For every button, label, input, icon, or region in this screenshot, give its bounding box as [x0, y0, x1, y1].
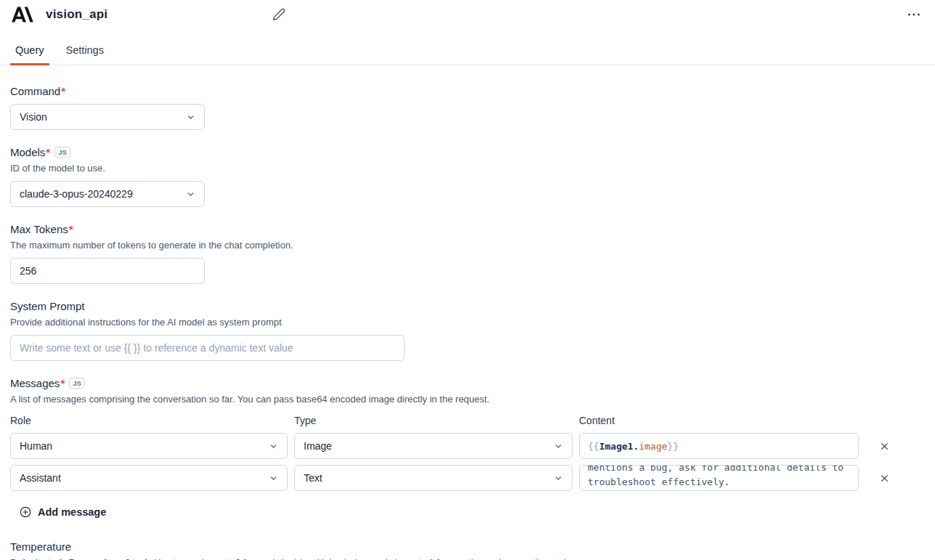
field-models: Models* JS ID of the model to use. claud… — [10, 146, 925, 207]
command-select-value: Vision — [20, 111, 47, 123]
models-js-toggle[interactable]: JS — [54, 147, 70, 158]
template-brace: {{ — [588, 441, 599, 452]
messages-helper-text: A list of messages comprising the conver… — [10, 394, 925, 405]
models-select-value: claude-3-opus-20240229 — [20, 188, 133, 200]
content-line: troubleshoot effectively. — [588, 475, 850, 490]
tab-bar: Query Settings — [0, 29, 935, 65]
column-header-role: Role — [10, 415, 288, 426]
messages-grid: Role Type Content Human Image {{Image1.i… — [10, 415, 925, 491]
chevron-down-icon — [269, 442, 278, 451]
app-header: vision_api — [0, 0, 935, 29]
chevron-down-icon — [186, 190, 195, 199]
pencil-icon — [272, 8, 286, 21]
add-message-row: Add message — [10, 503, 925, 521]
required-mark: * — [69, 223, 73, 235]
system-prompt-label: System Prompt — [10, 300, 85, 312]
chevron-down-icon — [269, 474, 278, 483]
message-2-remove-button[interactable] — [874, 468, 894, 488]
message-1-remove-button[interactable] — [874, 436, 894, 456]
message-2-type-select[interactable]: Text — [294, 465, 572, 491]
max-tokens-helper-text: The maximum number of tokens to generate… — [10, 240, 925, 251]
template-variable: Image1. — [599, 441, 639, 452]
command-label: Command* — [10, 85, 65, 97]
required-mark: * — [60, 377, 65, 389]
message-1-type-value: Image — [304, 440, 332, 452]
models-helper-text: ID of the model to use. — [10, 163, 925, 174]
message-1-type-select[interactable]: Image — [294, 433, 572, 459]
message-2-role-value: Assistant — [20, 472, 61, 484]
close-icon — [880, 442, 889, 451]
query-form: Command* Vision Models* JS ID of the mod… — [0, 65, 935, 560]
tab-settings[interactable]: Settings — [61, 37, 109, 65]
template-property: image — [639, 441, 667, 452]
messages-label: Messages* — [10, 377, 65, 389]
required-mark: * — [61, 85, 65, 97]
message-2-role-select[interactable]: Assistant — [10, 465, 288, 491]
message-1-content-input[interactable]: {{Image1.image}} — [579, 433, 859, 459]
template-brace: }} — [668, 441, 679, 452]
max-tokens-label: Max Tokens* — [10, 223, 73, 235]
chevron-down-icon — [554, 474, 563, 483]
message-1-role-select[interactable]: Human — [10, 433, 288, 459]
anthropic-logo-icon — [12, 5, 33, 24]
field-messages: Messages* JS A list of messages comprisi… — [10, 377, 925, 521]
system-prompt-helper-text: Provide additional instructions for the … — [10, 317, 925, 328]
system-prompt-input[interactable] — [10, 335, 405, 361]
tab-query[interactable]: Query — [10, 37, 49, 65]
required-mark: * — [46, 146, 50, 158]
field-temperature: Temperature Defaults to 1. Ranges from 0… — [10, 540, 925, 560]
chevron-down-icon — [186, 113, 195, 122]
chevron-down-icon — [554, 442, 563, 451]
add-message-button[interactable]: Add message — [15, 503, 110, 521]
message-1-role-value: Human — [20, 440, 52, 452]
edit-title-button[interactable] — [270, 5, 288, 24]
temperature-label: Temperature — [10, 540, 71, 553]
column-header-content: Content — [579, 415, 859, 426]
messages-js-toggle[interactable]: JS — [69, 378, 85, 389]
content-line: mentions a bug, ask for additional detai… — [588, 465, 850, 475]
plus-circle-icon — [20, 506, 31, 518]
field-max-tokens: Max Tokens* The maximum number of tokens… — [10, 223, 925, 284]
more-options-button[interactable] — [904, 9, 923, 20]
message-2-type-value: Text — [304, 472, 323, 484]
command-select[interactable]: Vision — [10, 104, 205, 130]
field-system-prompt: System Prompt Provide additional instruc… — [10, 300, 925, 361]
message-2-content-input[interactable]: mentions a bug, ask for additional detai… — [579, 465, 859, 491]
add-message-label: Add message — [38, 506, 106, 518]
models-select[interactable]: claude-3-opus-20240229 — [10, 181, 205, 207]
models-label: Models* — [10, 146, 50, 158]
close-icon — [880, 474, 889, 483]
ellipsis-icon — [907, 12, 920, 17]
max-tokens-input[interactable] — [10, 258, 205, 284]
temperature-helper-text: Defaults to 1. Ranges from 0 to 1. Use t… — [10, 557, 925, 560]
page-title: vision_api — [46, 7, 270, 22]
column-header-type: Type — [294, 415, 572, 426]
field-command: Command* Vision — [10, 85, 925, 130]
